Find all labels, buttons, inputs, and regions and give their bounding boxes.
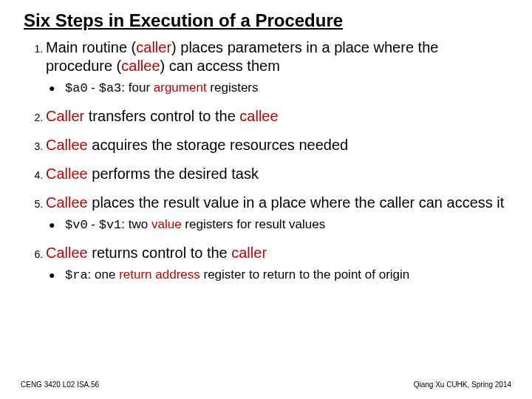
step6-sub: ● $ra: one return address register to re… — [46, 267, 508, 284]
step3-post: acquires the storage resources needed — [88, 137, 348, 153]
step5-tail: registers for result values — [182, 217, 326, 231]
step5-dash: - — [88, 217, 99, 231]
step1-kw: argument — [154, 81, 207, 95]
step1-pre: Main routine ( — [46, 39, 136, 55]
bullet-icon: ● — [49, 218, 55, 231]
step-4: Callee performs the desired task — [46, 165, 508, 183]
step2-mid: transfers control to the — [84, 108, 239, 124]
step6-callee: Callee — [46, 245, 88, 261]
step-5: Callee places the result value in a plac… — [46, 194, 508, 233]
steps-list: Main routine (caller) places parameters … — [24, 38, 508, 284]
step2-caller: Caller — [46, 108, 84, 124]
step-6: Callee returns control to the caller ● $… — [46, 244, 508, 284]
step1-sub: ● $a0 - $a3: four argument registers — [46, 80, 508, 97]
bullet-icon: ● — [49, 81, 55, 95]
footer-right: Qiang Xu CUHK, Spring 2014 — [414, 381, 511, 389]
step-2: Caller transfers control to the callee — [46, 107, 508, 126]
step5-colon: : two — [121, 217, 151, 231]
step4-post: performs the desired task — [88, 166, 259, 182]
footer: CENG 3420 L02 ISA.56 Qiang Xu CUHK, Spri… — [21, 381, 511, 389]
step4-callee: Callee — [46, 166, 88, 182]
step1-colon: : four — [121, 81, 153, 95]
step5-code1: $v0 — [65, 218, 88, 232]
step-3: Callee acquires the storage resources ne… — [46, 136, 508, 154]
step1-caller: caller — [136, 39, 171, 55]
step6-mid: returns control to the — [88, 245, 232, 261]
step5-kw: value — [151, 217, 182, 231]
step5-post: places the result value in a place where… — [88, 194, 505, 211]
step1-post: ) can access them — [160, 58, 280, 74]
step1-code2: $a3 — [99, 81, 122, 95]
step5-code2: $v1 — [99, 218, 122, 232]
footer-left: CENG 3420 L02 ISA.56 — [21, 381, 99, 389]
step6-tail: register to return to the point of origi… — [200, 267, 410, 282]
step6-colon: : one — [88, 267, 120, 282]
step-1: Main routine (caller) places parameters … — [46, 38, 508, 97]
step3-callee: Callee — [46, 137, 88, 153]
step6-caller: caller — [231, 245, 267, 261]
step6-code1: $ra — [65, 268, 88, 282]
step5-sub: ● $v0 - $v1: two value registers for res… — [46, 216, 508, 233]
step1-dash: - — [88, 81, 99, 95]
step1-tail: registers — [207, 81, 259, 95]
step6-kw: return address — [119, 267, 200, 282]
step1-code1: $a0 — [65, 81, 88, 95]
step2-callee: callee — [239, 108, 278, 124]
bullet-icon: ● — [49, 268, 55, 282]
slide-title: Six Steps in Execution of a Procedure — [24, 10, 508, 31]
step1-callee: callee — [121, 58, 160, 74]
step5-callee: Callee — [46, 194, 88, 211]
